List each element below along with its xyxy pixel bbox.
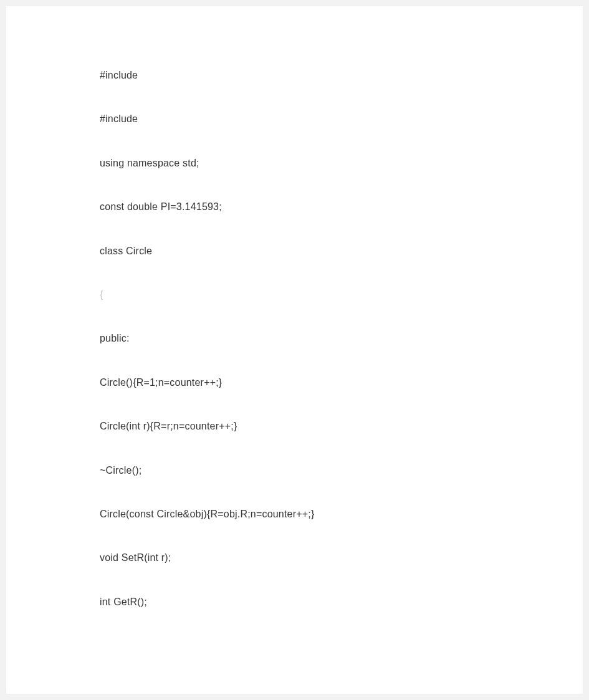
page-background: #include #include using namespace std; c…: [0, 0, 589, 700]
code-line: void SetR(int r);: [100, 551, 570, 565]
code-line: using namespace std;: [100, 156, 570, 170]
code-line: const double PI=3.141593;: [100, 200, 570, 214]
code-line: class Circle: [100, 244, 570, 258]
document-page: #include #include using namespace std; c…: [6, 6, 583, 694]
code-line: #include: [100, 69, 570, 82]
code-line: Circle(int r){R=r;n=counter++;}: [100, 420, 570, 433]
code-line: int GetR();: [100, 595, 570, 609]
code-line-brace-open: {: [100, 288, 570, 302]
code-line: ~Circle();: [100, 464, 570, 477]
code-line: #include: [100, 112, 570, 126]
code-line: Circle(const Circle&obj){R=obj.R;n=count…: [100, 507, 570, 521]
code-line: Circle(){R=1;n=counter++;}: [100, 376, 570, 390]
code-line: public:: [100, 332, 570, 345]
